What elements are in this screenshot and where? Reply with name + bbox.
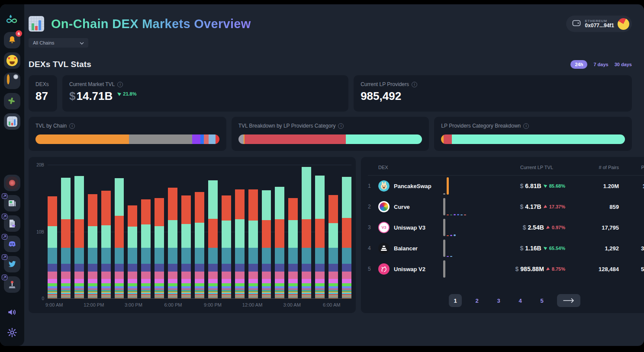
discord-link-button[interactable]	[4, 236, 20, 252]
bar-segment	[248, 221, 258, 248]
tvl-mini-chart	[443, 177, 490, 195]
favorites-button[interactable]: ♥♥	[4, 52, 20, 69]
wallet-button[interactable]: ETHEREUM 0x077...94f1	[566, 16, 632, 32]
market-tvl-value: $14.71B 21.8%	[69, 90, 341, 103]
docs-link-button[interactable]	[4, 215, 20, 232]
stacked-bar-21[interactable]	[315, 165, 325, 298]
settings-button[interactable]	[4, 324, 20, 341]
sound-toggle-button[interactable]	[4, 304, 20, 320]
next-page-button[interactable]	[557, 294, 580, 307]
bar-segment	[208, 219, 218, 248]
time-range-7-days[interactable]: 7 days	[593, 62, 608, 67]
dex-row-uniswap-v2[interactable]: 5Uniswap V2$985.88M8.75%128,484552,568	[368, 259, 644, 279]
stacked-bar-4[interactable]	[88, 165, 97, 298]
tokens-button[interactable]	[4, 73, 20, 89]
bar-segment	[235, 248, 245, 263]
stacked-bar-1[interactable]	[48, 165, 57, 298]
uniswap-v3-logo: V3	[378, 222, 390, 233]
bar-segment	[128, 298, 137, 298]
stacked-bar-22[interactable]	[328, 165, 338, 298]
stacked-bar-2[interactable]	[61, 165, 71, 298]
stacked-bar-5[interactable]	[101, 165, 111, 298]
current-lp-tvl-cell: $4.17B17.37%	[490, 203, 570, 210]
dex-row-balancer[interactable]: 4Balancer$1.16B65.54%1,292343,667	[368, 238, 644, 259]
lp-category-breakdown-bar	[441, 134, 625, 144]
app-logo-icon[interactable]	[4, 12, 20, 28]
bar-segment	[302, 279, 311, 283]
dex-name: Curve	[394, 204, 410, 210]
bar-segment	[101, 298, 111, 298]
info-icon[interactable]	[117, 82, 123, 87]
bar-segment	[200, 134, 204, 144]
bar-segment	[35, 134, 129, 144]
twitter-link-button[interactable]	[4, 256, 20, 272]
chain-select[interactable]: All Chains	[29, 38, 88, 48]
section-header: DEXs TVL Stats 24h7 days30 days	[29, 60, 632, 69]
pagination: 12345	[368, 290, 644, 307]
mini-bar	[443, 198, 445, 215]
page-title: On-Chain DEX Markets Overview	[51, 17, 251, 31]
notifications-button[interactable]: 6	[4, 32, 20, 48]
stacked-bar-17[interactable]	[262, 165, 271, 298]
page-button-3[interactable]: 3	[492, 294, 505, 307]
x-axis-tick-label: 6:00 PM	[164, 302, 182, 307]
stacked-bar-19[interactable]	[288, 165, 298, 298]
dex-row-curve[interactable]: 2Curve$4.17B17.37%8593.25M	[368, 196, 644, 217]
bar-segment	[342, 177, 351, 218]
dex-row-uniswap-v3[interactable]: 3V3Uniswap V3$2.54B0.97%17,7954.41M	[368, 217, 644, 238]
time-range-24h[interactable]: 24h	[570, 60, 587, 69]
stacked-bar-11[interactable]	[181, 165, 191, 298]
trend-down-icon	[543, 184, 547, 188]
bar-segment	[168, 220, 177, 248]
stacked-bar-20[interactable]	[302, 165, 311, 298]
stacked-bar-6[interactable]	[115, 165, 124, 298]
info-icon[interactable]	[338, 123, 344, 129]
info-icon[interactable]	[69, 123, 75, 129]
current-lp-tvl-cell: $2.54B0.97%	[490, 224, 570, 231]
stacked-bar-13[interactable]	[208, 165, 218, 298]
page-button-5[interactable]: 5	[535, 294, 548, 307]
bar-segment	[74, 176, 84, 219]
bar-segment	[315, 219, 325, 248]
dex-markets-nav-button[interactable]	[4, 113, 20, 130]
providers-cell: 15.54M	[619, 183, 644, 189]
page-button-4[interactable]: 4	[514, 294, 527, 307]
stacked-bar-23[interactable]	[342, 165, 351, 298]
bar-segment	[262, 279, 271, 283]
mini-bar	[450, 235, 452, 236]
stacked-bar-16[interactable]	[248, 165, 258, 298]
integrations-button[interactable]	[4, 93, 20, 109]
stacked-bar-12[interactable]	[195, 165, 204, 298]
stacked-bar-10[interactable]	[168, 165, 177, 298]
document-icon	[7, 218, 17, 229]
page-button-1[interactable]: 1	[449, 294, 462, 307]
bar-segment	[262, 190, 271, 220]
bar-segment	[141, 224, 151, 248]
stacked-bar-18[interactable]	[275, 165, 284, 298]
bar-segment	[61, 178, 71, 220]
game-link-button[interactable]	[4, 276, 20, 293]
bar-segment	[275, 283, 284, 287]
page-button-2[interactable]: 2	[470, 294, 483, 307]
stacked-bar-15[interactable]	[235, 165, 245, 298]
bar-segment	[181, 264, 191, 272]
news-link-button[interactable]	[4, 195, 20, 211]
avatar[interactable]	[618, 18, 629, 30]
stacked-bar-9[interactable]	[155, 165, 164, 298]
info-icon[interactable]	[523, 123, 529, 129]
stacked-bar-3[interactable]	[74, 165, 84, 298]
mini-bar	[460, 214, 463, 215]
bar-segment	[115, 216, 124, 248]
bar-segment	[48, 298, 57, 298]
record-button[interactable]	[4, 175, 20, 191]
time-range-30-days[interactable]: 30 days	[615, 62, 632, 67]
info-icon[interactable]	[412, 82, 417, 87]
bar-segment	[74, 283, 84, 287]
stacked-bar-8[interactable]	[141, 165, 151, 298]
dex-row-pancakeswap[interactable]: 1PancakeSwap$6.81B85.68%1.20M15.54M	[368, 176, 644, 196]
bar-segment	[74, 279, 84, 283]
stacked-bar-14[interactable]	[222, 165, 231, 298]
stacked-bar-7[interactable]	[128, 165, 137, 298]
dex-name: Uniswap V2	[394, 266, 425, 272]
bar-segment	[74, 248, 84, 263]
